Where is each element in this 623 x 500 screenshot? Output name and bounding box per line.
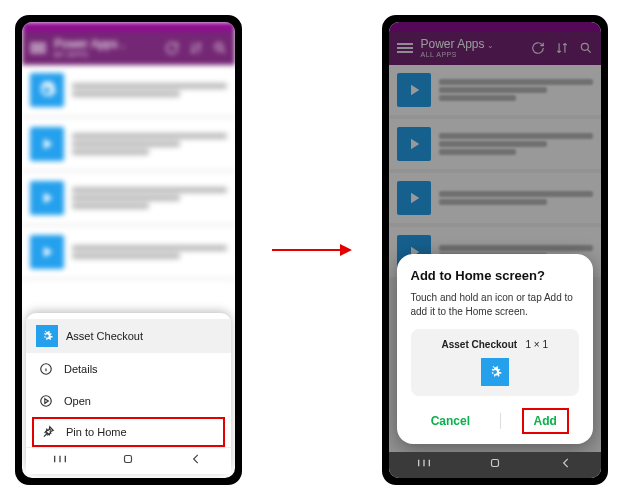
home-button[interactable]	[120, 452, 136, 470]
play-icon	[397, 73, 431, 107]
menu-details[interactable]: Details	[26, 353, 231, 385]
gear-icon	[30, 73, 64, 107]
svg-rect-7	[491, 460, 498, 467]
dialog-body: Touch and hold an icon or tap Add to add…	[411, 291, 580, 319]
phone-left: Power Apps⌄ MY APPS	[15, 15, 242, 485]
svg-point-2	[41, 396, 52, 407]
header-subtitle: ALL APPS	[421, 51, 524, 59]
list-item[interactable]	[22, 173, 235, 223]
sort-icon[interactable]	[555, 41, 569, 55]
search-icon[interactable]	[579, 41, 593, 55]
status-bar	[389, 22, 602, 32]
dialog-title: Add to Home screen?	[411, 268, 580, 283]
svg-point-6	[581, 44, 588, 51]
menu-label: Pin to Home	[66, 426, 127, 438]
refresh-icon[interactable]	[531, 41, 545, 55]
chevron-down-icon[interactable]: ⌄	[120, 41, 127, 50]
menu-label: Open	[64, 395, 91, 407]
menu-icon[interactable]	[397, 43, 413, 53]
app-list	[22, 65, 235, 281]
add-to-home-dialog: Add to Home screen? Touch and hold an ic…	[397, 254, 594, 444]
recents-button[interactable]	[52, 452, 68, 470]
preview-label: Asset Checkout 1 × 1	[421, 339, 570, 350]
android-navbar	[26, 447, 231, 474]
header-title: Power Apps	[421, 37, 485, 51]
header-subtitle: MY APPS	[54, 51, 157, 59]
divider	[500, 413, 501, 429]
list-item[interactable]	[389, 119, 602, 169]
back-button[interactable]	[188, 452, 204, 470]
play-icon	[30, 127, 64, 161]
search-icon[interactable]	[213, 41, 227, 55]
menu-label: Details	[64, 363, 98, 375]
list-item[interactable]	[22, 227, 235, 277]
sheet-title: Asset Checkout	[66, 330, 143, 342]
list-item[interactable]	[389, 173, 602, 223]
chevron-down-icon[interactable]: ⌄	[487, 41, 494, 50]
sheet-header: Asset Checkout	[26, 319, 231, 353]
gear-icon	[481, 358, 509, 386]
play-outline-icon	[38, 393, 54, 409]
home-button[interactable]	[487, 456, 503, 474]
recents-button[interactable]	[416, 456, 432, 474]
cancel-button[interactable]: Cancel	[421, 410, 480, 432]
refresh-icon[interactable]	[165, 41, 179, 55]
phone-right: Power Apps⌄ ALL APPS	[382, 15, 609, 485]
play-icon	[397, 127, 431, 161]
app-header: Power Apps⌄ MY APPS	[22, 32, 235, 65]
context-menu-sheet: Asset Checkout Details Open Pin to Home	[26, 313, 231, 474]
info-icon	[38, 361, 54, 377]
app-header: Power Apps⌄ ALL APPS	[389, 32, 602, 65]
list-item[interactable]	[22, 65, 235, 115]
menu-pin-to-home[interactable]: Pin to Home	[32, 417, 225, 447]
back-button[interactable]	[558, 456, 574, 474]
list-item[interactable]	[389, 65, 602, 115]
svg-marker-5	[340, 244, 352, 256]
svg-rect-3	[125, 456, 132, 463]
header-title: Power Apps	[54, 37, 118, 51]
android-navbar	[389, 452, 602, 478]
pin-icon	[40, 424, 56, 440]
svg-point-0	[215, 44, 222, 51]
status-bar	[22, 22, 235, 32]
shortcut-preview[interactable]: Asset Checkout 1 × 1	[411, 329, 580, 396]
flow-arrow-icon	[272, 240, 352, 260]
list-item[interactable]	[22, 119, 235, 169]
add-button[interactable]: Add	[522, 408, 569, 434]
menu-icon[interactable]	[30, 43, 46, 53]
play-icon	[30, 181, 64, 215]
gear-icon	[36, 325, 58, 347]
sort-icon[interactable]	[189, 41, 203, 55]
play-icon	[397, 181, 431, 215]
menu-open[interactable]: Open	[26, 385, 231, 417]
play-icon	[30, 235, 64, 269]
